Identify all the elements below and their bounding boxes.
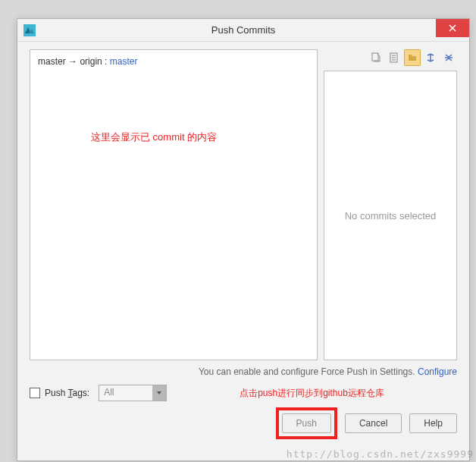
- push-tags-row: Push Tags: All 点击push进行同步到github远程仓库: [30, 385, 457, 401]
- no-commits-message: No commits selected: [345, 210, 437, 222]
- push-highlight-box: Push: [276, 407, 337, 439]
- top-area: master → origin : master 这里会显示已 commit 的…: [30, 49, 457, 360]
- collapse-all-icon[interactable]: [440, 49, 457, 66]
- watermark: http://blog.csdn.net/zxs9999: [287, 448, 474, 460]
- force-push-hint: You can enable and configure Force Push …: [30, 366, 457, 377]
- branch-line[interactable]: master → origin : master: [38, 56, 309, 67]
- button-row: Push Cancel Help: [30, 407, 457, 439]
- push-button[interactable]: Push: [282, 413, 331, 433]
- local-branch: master: [38, 56, 66, 67]
- diff-toolbar: [324, 49, 457, 66]
- commits-tree-panel[interactable]: master → origin : master 这里会显示已 commit 的…: [30, 49, 318, 360]
- right-column: No commits selected: [324, 49, 457, 360]
- help-button[interactable]: Help: [409, 413, 457, 433]
- dialog-title: Push Commits: [17, 24, 469, 36]
- show-diff-icon[interactable]: [368, 49, 384, 66]
- push-tags-checkbox[interactable]: [30, 388, 40, 398]
- dialog-content: master → origin : master 这里会显示已 commit 的…: [17, 42, 469, 439]
- dropdown-arrow-icon: [152, 385, 166, 401]
- show-details-icon[interactable]: [386, 49, 402, 66]
- commit-details-panel: No commits selected: [324, 71, 457, 360]
- push-commits-dialog: Push Commits master → origin : master 这里…: [17, 18, 470, 461]
- remote-name: origin: [80, 56, 102, 67]
- cancel-button[interactable]: Cancel: [345, 413, 402, 433]
- annotation-push-button: 点击push进行同步到github远程仓库: [240, 387, 384, 400]
- arrow: →: [68, 56, 77, 67]
- expand-all-icon[interactable]: [422, 49, 439, 66]
- push-tags-value: All: [99, 385, 152, 401]
- push-tags-label: Push Tags:: [45, 388, 89, 398]
- push-tags-select[interactable]: All: [99, 385, 167, 401]
- configure-link[interactable]: Configure: [418, 366, 457, 377]
- close-button[interactable]: [436, 19, 469, 37]
- remote-branch: master: [110, 56, 138, 67]
- annotation-commit-area: 这里会显示已 commit 的内容: [91, 130, 217, 144]
- titlebar: Push Commits: [17, 19, 469, 42]
- close-icon: [449, 24, 456, 32]
- group-by-directory-icon[interactable]: [404, 49, 421, 66]
